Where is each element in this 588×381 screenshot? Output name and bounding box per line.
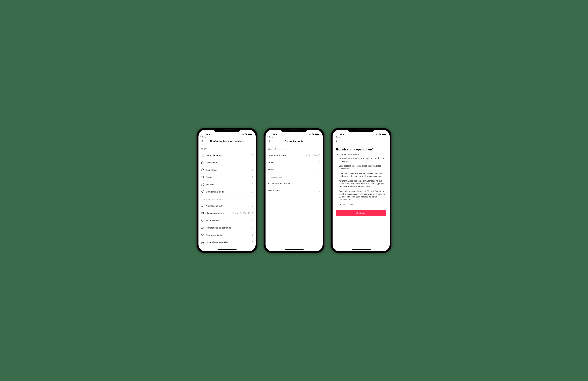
person-icon <box>201 154 204 157</box>
row-conta-pro[interactable]: Trocar para a Conta Pro <box>266 180 323 187</box>
row-label: Notificações push <box>206 205 250 207</box>
umbrella-icon <box>201 233 204 237</box>
wifi-icon <box>245 133 247 136</box>
delete-bullet-list: Não será mais possível fazer login no Ti… <box>336 157 386 206</box>
row-label: Gerenciar conta <box>206 154 250 157</box>
row-bem-estar[interactable]: Bem-estar digital <box>198 231 256 239</box>
home-indicator[interactable] <box>285 249 304 250</box>
row-idioma[interactable]: Idioma do aplicativo Português (Brasil) <box>198 209 256 217</box>
breadcrumb[interactable]: Busca <box>333 136 390 138</box>
location-arrow-icon <box>275 133 277 135</box>
row-label: Idioma do aplicativo <box>206 212 231 214</box>
chevron-right-icon <box>319 154 320 156</box>
row-notificacoes[interactable]: Notificações push <box>198 202 256 209</box>
chevron-right-icon <box>252 154 253 156</box>
wifi-icon <box>378 133 381 136</box>
row-label: TikCode <box>206 183 250 186</box>
svg-rect-10 <box>201 176 204 178</box>
svg-rect-11 <box>203 177 204 178</box>
wallet-icon <box>201 176 204 179</box>
chevron-right-icon <box>252 205 253 207</box>
row-label: Privacidade <box>206 161 250 164</box>
breadcrumb[interactable]: Busca <box>266 136 323 138</box>
page-header: Configurações e privacidade <box>198 138 256 145</box>
delete-bullet: Você perderá o acesso a todos os seus ví… <box>339 165 386 170</box>
chevron-right-icon <box>252 212 253 214</box>
row-label: E-mail <box>268 161 318 163</box>
delete-account-content: Excluir conta opedrohen? Se você excluir… <box>333 145 390 251</box>
chevron-right-icon <box>252 219 253 221</box>
delete-bullet: Você não conseguirá receber um reembolso… <box>339 172 386 178</box>
signal-icon <box>375 134 378 135</box>
row-saldo[interactable]: Saldo <box>198 173 256 181</box>
chevron-right-icon <box>319 190 320 192</box>
notch <box>348 128 374 132</box>
chevron-right-icon <box>319 161 320 163</box>
share-icon <box>201 190 204 193</box>
home-indicator[interactable] <box>218 249 236 250</box>
home-icon <box>201 241 204 244</box>
manage-account-list: Informação da conta Número de telefone +… <box>266 145 323 251</box>
page-header <box>333 138 390 145</box>
chevron-right-icon <box>252 169 253 171</box>
qrcode-icon <box>201 183 204 186</box>
battery-icon <box>382 134 386 135</box>
row-senha[interactable]: Senha <box>266 166 323 173</box>
settings-list: CONTA Gerenciar conta Privacidade Segura… <box>198 145 256 251</box>
status-time: 11:59 <box>269 133 275 136</box>
chevron-left-icon <box>268 140 271 143</box>
lock-icon <box>201 161 204 164</box>
status-time: 11:59 <box>202 133 208 136</box>
chevron-right-icon <box>252 241 253 243</box>
battery-icon <box>248 134 252 135</box>
row-tikcode[interactable]: TikCode <box>198 181 256 188</box>
language-icon <box>201 211 204 215</box>
status-time: 11:59 <box>336 133 342 136</box>
row-excluir-conta[interactable]: Excluir conta <box>266 187 323 194</box>
delete-bullet: Sua conta será desativada em 30 dias. Du… <box>339 190 386 201</box>
chevron-right-icon <box>319 182 320 184</box>
delete-bullet: As informações que estão armazenadas na … <box>339 180 386 188</box>
row-compartilhar[interactable]: Compartilhar perfil <box>198 188 256 195</box>
row-modo-escuro[interactable]: Modo escuro <box>198 217 256 224</box>
phone-frame-2: 11:59 Busca Gerenciar conta Informação d… <box>263 128 325 253</box>
row-label: Preferências de conteúdo <box>206 226 250 229</box>
continue-button[interactable]: Continuar <box>336 210 386 216</box>
row-privacidade[interactable]: Privacidade <box>198 159 256 166</box>
back-button[interactable] <box>335 140 338 143</box>
signal-icon <box>241 134 244 135</box>
breadcrumb[interactable]: Busca <box>198 136 256 138</box>
location-arrow-icon <box>342 133 344 135</box>
chevron-right-icon <box>252 161 253 163</box>
row-label: Senha <box>268 168 318 171</box>
back-button[interactable] <box>201 140 204 143</box>
page-title: Configurações e privacidade <box>198 140 256 143</box>
row-gerenciar-conta[interactable]: Gerenciar conta <box>198 152 256 159</box>
row-email[interactable]: E-mail <box>266 159 323 166</box>
delete-bullet: Não será mais possível fazer login no Ti… <box>339 157 386 162</box>
page-header: Gerenciar conta <box>266 138 323 145</box>
row-sincronizacao[interactable]: Sincronização Familiar <box>198 239 256 246</box>
delete-bullet: Deseja continuar? <box>339 203 386 206</box>
breadcrumb-back-icon <box>267 136 268 138</box>
chevron-right-icon <box>252 183 253 185</box>
home-indicator[interactable] <box>352 249 371 250</box>
row-label: Trocar para a Conta Pro <box>268 182 318 185</box>
section-header-info: Informação da conta <box>266 145 323 152</box>
back-button[interactable] <box>268 140 271 143</box>
svg-point-8 <box>202 154 203 155</box>
chevron-right-icon <box>252 227 253 229</box>
breadcrumb-back-icon <box>200 136 201 138</box>
row-label: Sincronização Familiar <box>206 241 250 243</box>
row-telefone[interactable]: Número de telefone +55*****186 <box>266 152 323 159</box>
signal-icon <box>308 134 311 135</box>
row-seguranca[interactable]: Segurança <box>198 166 256 173</box>
chevron-right-icon <box>252 234 253 236</box>
row-preferencias[interactable]: Preferências de conteúdo <box>198 224 256 231</box>
scrollbar[interactable] <box>255 146 255 202</box>
section-header-control: Controle da conta <box>266 173 323 180</box>
bell-icon <box>201 204 204 207</box>
phone-frame-3: 11:59 Busca Excluir conta opedrohen? Se … <box>331 128 392 253</box>
section-header-conteudo: CONTEÚDO E ATIVIDADE <box>198 196 256 202</box>
chevron-right-icon <box>319 168 320 171</box>
